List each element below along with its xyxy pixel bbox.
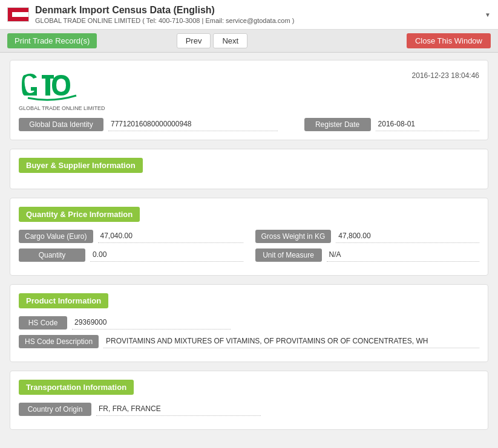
company-info: GLOBAL TRADE ONLINE LIMITED ( Tel: 400-7…	[35, 17, 479, 24]
uom-field: Unit of Measure N/A	[255, 248, 480, 262]
quantity-label: Quantity	[19, 248, 85, 262]
prev-button[interactable]: Prev	[177, 33, 211, 48]
cargo-value-value: 47,040.00	[98, 229, 243, 243]
quantity-field: Quantity 0.00	[19, 248, 243, 262]
quantity-value: 0.00	[90, 248, 243, 262]
quantity-price-card: Quantity & Price Information Cargo Value…	[10, 198, 488, 276]
app-header: Denmark Import Census Data (English) GLO…	[0, 0, 498, 30]
dropdown-arrow-icon[interactable]: ▼	[485, 11, 491, 18]
hs-code-value: 29369000	[72, 316, 231, 330]
top-info-card: GLOBAL TRADE ONLINE LIMITED 2016-12-23 1…	[10, 60, 488, 140]
hs-desc-label: HS Code Description	[19, 335, 99, 348]
gross-weight-label: Gross Weight in KG	[255, 230, 332, 243]
register-date-label: Register Date	[304, 118, 371, 131]
hs-desc-value: PROVITAMINS AND MIXTURES OF VITAMINS, OF…	[103, 334, 479, 348]
country-origin-label: Country of Origin	[19, 403, 91, 416]
global-identity-value: 77712016080000000948	[108, 117, 278, 131]
close-button[interactable]: Close This Window	[407, 33, 491, 48]
print-button[interactable]: Print Trade Record(s)	[7, 33, 97, 48]
buyer-supplier-header: Buyer & Supplier Information	[19, 158, 143, 173]
cargo-value-field: Cargo Value (Euro) 47,040.00	[19, 229, 243, 243]
hs-desc-row: HS Code Description PROVITAMINS AND MIXT…	[19, 334, 479, 348]
hs-desc-field: HS Code Description PROVITAMINS AND MIXT…	[19, 334, 479, 348]
svg-rect-1	[45, 79, 50, 96]
flag-icon	[7, 7, 29, 22]
register-date-value: 2016-08-01	[376, 117, 479, 131]
header-title-area: Denmark Import Census Data (English) GLO…	[35, 5, 479, 24]
buyer-supplier-card: Buyer & Supplier Information	[10, 149, 488, 189]
gross-weight-value: 47,800.00	[336, 229, 479, 243]
cargo-gross-row: Cargo Value (Euro) 47,040.00 Gross Weigh…	[19, 229, 479, 243]
gross-weight-field: Gross Weight in KG 47,800.00	[255, 229, 480, 243]
hs-code-field: HS Code 29369000	[19, 316, 231, 330]
hs-code-label: HS Code	[19, 316, 67, 330]
main-content: GLOBAL TRADE ONLINE LIMITED 2016-12-23 1…	[0, 53, 498, 446]
product-info-card: Product Information HS Code 29369000 HS …	[10, 284, 488, 362]
logo-subtitle: GLOBAL TRADE ONLINE LIMITED	[19, 105, 105, 111]
global-id-row: Global Data Identity 7771201608000000094…	[19, 117, 479, 131]
country-origin-value: FR, FRA, FRANCE	[96, 402, 261, 416]
quantity-price-header: Quantity & Price Information	[19, 207, 140, 222]
svg-rect-0	[42, 75, 54, 79]
logo-timestamp-row: GLOBAL TRADE ONLINE LIMITED 2016-12-23 1…	[19, 69, 479, 111]
hs-code-row: HS Code 29369000	[19, 316, 479, 330]
app-title: Denmark Import Census Data (English)	[35, 5, 479, 16]
gto-logo	[19, 69, 85, 102]
toolbar: Print Trade Record(s) Prev Next Close Th…	[0, 30, 498, 53]
logo-area: GLOBAL TRADE ONLINE LIMITED	[19, 69, 105, 111]
uom-value: N/A	[327, 248, 480, 262]
global-identity-label: Global Data Identity	[19, 118, 103, 131]
product-info-header: Product Information	[19, 293, 108, 308]
nav-buttons: Prev Next	[177, 33, 247, 48]
cargo-value-label: Cargo Value (Euro)	[19, 230, 93, 243]
record-timestamp: 2016-12-23 18:04:46	[412, 71, 479, 80]
quantity-uom-row: Quantity 0.00 Unit of Measure N/A	[19, 248, 479, 262]
transportation-header: Transportation Information	[19, 380, 134, 395]
next-button[interactable]: Next	[213, 33, 247, 48]
country-origin-field: Country of Origin FR, FRA, FRANCE	[19, 402, 261, 416]
uom-label: Unit of Measure	[255, 248, 322, 262]
country-origin-row: Country of Origin FR, FRA, FRANCE	[19, 402, 479, 416]
transportation-card: Transportation Information Country of Or…	[10, 371, 488, 430]
